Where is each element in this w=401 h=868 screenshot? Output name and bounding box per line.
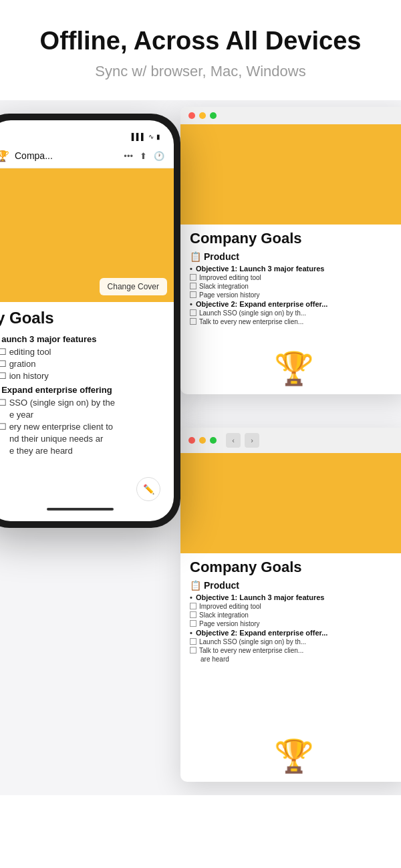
list-item: ☐ gration: [0, 359, 164, 369]
list-item: Talk to every new enterprise clien...: [190, 318, 398, 325]
phone-trophy-icon: 🏆: [0, 150, 9, 162]
list-item: Page version history: [190, 291, 398, 299]
list-item: Launch SSO (single sign on) by th...: [190, 638, 398, 645]
phone-toolbar-actions: ••• ⬆ 🕐: [124, 151, 164, 161]
phone-content: y Goals • aunch 3 major features ☐ editi…: [0, 302, 174, 464]
sub-title: Sync w/ browser, Mac, Windows: [13, 63, 388, 80]
browser-close-dot-bottom[interactable]: [188, 437, 195, 444]
phone-page-title: y Goals: [0, 309, 164, 327]
phone-share-icon[interactable]: ⬆: [140, 151, 147, 161]
browser-maximize-dot-bottom[interactable]: [210, 437, 217, 444]
browser-minimize-dot-bottom[interactable]: [199, 437, 206, 444]
list-item: Slack integration: [190, 283, 398, 290]
battery-icon: ▮: [156, 133, 160, 140]
browser-minimize-dot[interactable]: [199, 112, 206, 119]
list-item: ☐ ery new enterprise client to: [0, 422, 164, 432]
list-item: Launch SSO (single sign on) by th...: [190, 309, 398, 317]
browser-forward-button[interactable]: ›: [245, 433, 259, 448]
list-item: • Objective 2: Expand enterprise offer..…: [190, 300, 398, 308]
list-item: • Objective 2: Expand enterprise offer..…: [190, 629, 398, 637]
section-icon-top: 📋: [190, 251, 201, 262]
phone-toolbar: 🏆 Compa... ••• ⬆ 🕐: [0, 144, 174, 168]
browser-titlebar-bottom: ‹ ›: [180, 428, 401, 453]
browser-titlebar-top: [180, 107, 401, 124]
list-item: • Objective 1: Launch 3 major features: [190, 593, 398, 601]
phone-more-icon[interactable]: •••: [124, 151, 133, 161]
phone-frame: ▌▌▌ ∿ ▮ 🏆 Compa... ••• ⬆ 🕐 Change Cover: [0, 114, 180, 528]
phone-status-icons: ▌▌▌ ∿ ▮: [132, 133, 160, 140]
list-item: • Expand enterprise offering: [0, 385, 164, 395]
browser-trophy-icon-bottom: 🏆: [274, 738, 314, 775]
change-cover-button[interactable]: Change Cover: [100, 278, 167, 295]
list-item: ☐ ion history: [0, 371, 164, 381]
browser-trophy-icon-top: 🏆: [274, 350, 314, 388]
browser-nav-bottom: ‹ ›: [226, 433, 259, 448]
header-section: Offline, Across All Devices Sync w/ brow…: [0, 0, 401, 100]
list-item: ☐ editing tool: [0, 347, 164, 357]
browser-section-title-bottom: 📋 Product: [190, 580, 398, 591]
phone-cover: Change Cover: [0, 168, 174, 302]
list-item: ☐ SSO (single sign on) by the: [0, 398, 164, 408]
phone-clock-icon[interactable]: 🕐: [154, 151, 164, 161]
phone-edit-button[interactable]: ✏️: [136, 477, 160, 501]
browser-cover-bottom: 🏆: [180, 453, 401, 553]
browser-cover-top: 🏆: [180, 124, 401, 225]
list-item: e year: [0, 410, 164, 420]
devices-section: ▌▌▌ ∿ ▮ 🏆 Compa... ••• ⬆ 🕐 Change Cover: [0, 100, 401, 795]
list-item: e they are heard: [0, 446, 164, 456]
signal-icon: ▌▌▌: [132, 133, 146, 140]
list-item: nd their unique needs ar: [0, 434, 164, 444]
browser-close-dot[interactable]: [188, 112, 195, 119]
list-item: Improved editing tool: [190, 603, 398, 610]
list-item: • Objective 1: Launch 3 major features: [190, 265, 398, 273]
browser-page-title-bottom: Company Goals: [190, 559, 398, 576]
phone-screen: ▌▌▌ ∿ ▮ 🏆 Compa... ••• ⬆ 🕐 Change Cover: [0, 120, 174, 521]
list-item: Talk to every new enterprise clien...: [190, 647, 398, 654]
browser-back-button[interactable]: ‹: [226, 433, 241, 448]
list-item: Page version history: [190, 620, 398, 627]
wifi-icon: ∿: [148, 133, 154, 140]
browser-bottom: ‹ › 🏆 Company Goals 📋 Product • Objectiv…: [180, 428, 401, 782]
main-title: Offline, Across All Devices: [13, 27, 388, 56]
phone-home-indicator: [47, 508, 114, 511]
browser-content-bottom: Company Goals 📋 Product • Objective 1: L…: [180, 553, 401, 670]
browser-page-title-top: Company Goals: [190, 230, 398, 247]
list-item: • aunch 3 major features: [0, 334, 164, 344]
browser-section-title-top: 📋 Product: [190, 251, 398, 262]
browser-content-top: Company Goals 📋 Product • Objective 1: L…: [180, 225, 401, 332]
phone-doc-title: Compa...: [15, 150, 118, 161]
phone-status-bar: ▌▌▌ ∿ ▮: [0, 127, 174, 147]
list-item: are heard: [200, 656, 398, 663]
browser-maximize-dot[interactable]: [210, 112, 217, 119]
list-item: Slack integration: [190, 611, 398, 619]
list-item: Improved editing tool: [190, 274, 398, 281]
section-icon-bottom: 📋: [190, 580, 201, 591]
browser-top: 🏆 Company Goals 📋 Product • Objective 1:…: [180, 107, 401, 394]
